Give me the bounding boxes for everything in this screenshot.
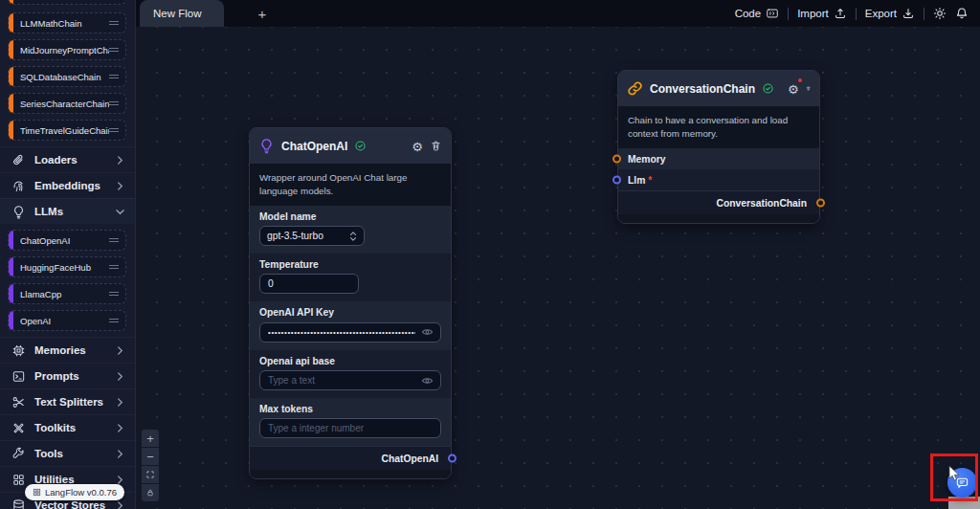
sidebar-section-prompts[interactable]: Prompts — [0, 363, 135, 388]
max-tokens-input[interactable] — [259, 418, 441, 438]
chat-button[interactable] — [947, 468, 977, 498]
new-tab-button[interactable]: + — [253, 4, 272, 23]
settings-alert-dot — [798, 78, 802, 82]
node-description: Chain to have a conversation and load co… — [618, 106, 819, 148]
code-icon — [766, 7, 779, 20]
sidebar-section-toolkits[interactable]: Toolkits — [0, 414, 135, 440]
section-label: Text Splitters — [34, 396, 107, 408]
llm-label: OpenAI — [13, 316, 109, 326]
node-chatopenai[interactable]: ChatOpenAI ⚙ Wrapper around OpenAI Chat … — [249, 127, 452, 479]
sidebar-section-embeddings[interactable]: Embeddings — [0, 172, 135, 198]
lightbulb-icon — [11, 205, 26, 219]
drag-handle-icon — [109, 20, 119, 26]
eye-icon[interactable] — [421, 374, 434, 387]
sidebar-item-llamacpp[interactable]: LlamaCpp — [8, 283, 126, 304]
sidebar-item-llmmathchain[interactable]: LLMMathChain — [8, 12, 126, 33]
chevron-right-icon — [116, 372, 124, 381]
chain-label: SQLDatabaseChain — [13, 72, 109, 82]
node-settings-button[interactable]: ⚙ — [412, 138, 423, 155]
plus-icon: + — [258, 6, 267, 22]
divider — [924, 8, 924, 20]
chevron-right-icon — [116, 450, 124, 458]
drag-handle-icon — [109, 127, 119, 133]
notifications-button[interactable] — [955, 7, 969, 20]
temperature-input[interactable] — [259, 274, 359, 294]
zoom-in-button[interactable]: + — [142, 430, 159, 447]
canvas-controls: + − — [142, 430, 159, 501]
drag-handle-icon — [109, 318, 119, 323]
output-handle[interactable] — [816, 199, 825, 208]
sidebar-item-midjourneypromptchain[interactable]: MidJourneyPromptChain — [8, 39, 126, 60]
node-conversationchain[interactable]: ConversationChain ⚙ Chain to have a conv… — [617, 70, 820, 224]
sidebar-item-huggingfacehub[interactable]: HuggingFaceHub — [8, 256, 126, 277]
sidebar-item-timetravelguidechain[interactable]: TimeTravelGuideChain — [8, 120, 126, 141]
field-label: Openai api base — [259, 356, 441, 366]
node-footer — [250, 470, 451, 478]
topbar-actions: Code Import Export — [735, 7, 980, 20]
fit-view-icon — [145, 470, 155, 479]
chain-accent-bar — [9, 0, 13, 4]
bottom-right-fragment — [948, 497, 980, 509]
input-label: Memory — [628, 154, 665, 165]
section-label: Embeddings — [34, 180, 107, 191]
field-label: Temperature — [259, 259, 441, 270]
section-label: Toolkits — [34, 422, 107, 433]
version-badge[interactable]: LangFlow v0.0.76 — [25, 484, 124, 500]
flow-canvas[interactable]: ChatOpenAI ⚙ Wrapper around OpenAI Chat … — [136, 27, 980, 509]
input-row-memory: Memory — [618, 148, 819, 169]
memory-input-handle[interactable] — [612, 155, 621, 164]
trash-icon[interactable] — [806, 82, 811, 95]
sidebar-section-text-splitters[interactable]: Text Splitters — [0, 388, 135, 414]
code-button[interactable]: Code — [735, 7, 780, 20]
chevron-right-icon — [116, 476, 124, 484]
sidebar-section-llms[interactable]: LLMs — [0, 198, 135, 224]
chevron-right-icon — [116, 501, 124, 509]
input-row-llm: Llm * — [618, 169, 819, 190]
field-api-key: OpenAI API Key — [250, 301, 451, 350]
wrench-icon — [11, 447, 26, 461]
fit-view-button[interactable] — [142, 466, 159, 483]
drag-handle-icon — [109, 100, 119, 106]
node-header[interactable]: ChatOpenAI ⚙ — [250, 128, 451, 164]
sidebar-section-tools[interactable]: Tools — [0, 440, 135, 466]
trash-icon[interactable] — [430, 140, 442, 152]
theme-toggle-button[interactable] — [933, 7, 947, 20]
tab-new-flow[interactable]: New Flow — [140, 0, 224, 27]
divider — [788, 8, 789, 20]
eye-icon[interactable] — [421, 326, 434, 339]
drag-handle-icon — [109, 291, 119, 297]
lock-button[interactable] — [142, 484, 159, 501]
field-max-tokens: Max tokens — [250, 398, 451, 446]
field-api-base: Openai api base — [250, 350, 451, 398]
llm-input-handle[interactable] — [612, 176, 621, 185]
section-label: Prompts — [34, 370, 107, 382]
sidebar-item-chatopenai[interactable]: ChatOpenAI — [8, 230, 126, 251]
lightbulb-icon — [258, 138, 275, 154]
llm-label: HuggingFaceHub — [13, 262, 109, 273]
required-asterisk: * — [648, 175, 652, 186]
minus-icon: − — [146, 450, 154, 464]
chain-label: SeriesCharacterChain — [13, 99, 109, 109]
chevron-right-icon — [116, 424, 124, 432]
zoom-out-button[interactable]: − — [142, 448, 159, 465]
node-description: Wrapper around OpenAI Chat large languag… — [250, 164, 451, 206]
sidebar-item-seriescharacterchain[interactable]: SeriesCharacterChain — [8, 93, 126, 114]
sidebar-chain-card-partial[interactable] — [8, 0, 126, 5]
section-label: Vector Stores — [34, 499, 107, 509]
api-base-input[interactable] — [259, 370, 441, 390]
toolkit-icon — [11, 421, 26, 435]
output-handle[interactable] — [448, 454, 457, 463]
model-name-select[interactable]: gpt-3.5-turbo — [259, 226, 365, 246]
export-label: Export — [865, 8, 897, 19]
sidebar-item-openai[interactable]: OpenAI — [8, 310, 126, 331]
sidebar-section-loaders[interactable]: Loaders — [0, 146, 135, 172]
node-settings-button[interactable]: ⚙ — [788, 80, 799, 98]
api-key-input[interactable] — [259, 322, 441, 343]
node-header[interactable]: ConversationChain ⚙ — [618, 71, 819, 106]
import-button[interactable]: Import — [797, 7, 847, 20]
sidebar-item-sqldatabasechain[interactable]: SQLDatabaseChain — [8, 66, 126, 87]
sidebar-section-memories[interactable]: Memories — [0, 337, 135, 363]
chain-label: LLMMathChain — [13, 18, 109, 29]
export-button[interactable]: Export — [865, 7, 915, 20]
divider — [856, 8, 857, 20]
